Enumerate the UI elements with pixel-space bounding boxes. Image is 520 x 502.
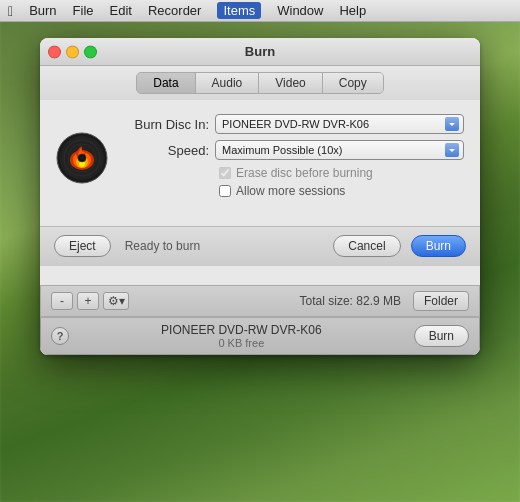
action-bar: Eject Ready to burn Cancel Burn bbox=[40, 226, 480, 265]
close-button[interactable] bbox=[48, 45, 61, 58]
tab-copy[interactable]: Copy bbox=[323, 73, 383, 93]
erase-label: Erase disc before burning bbox=[236, 166, 373, 180]
burn-disc-select[interactable]: PIONEER DVD-RW DVR-K06 bbox=[215, 114, 464, 134]
sessions-label: Allow more sessions bbox=[236, 184, 345, 198]
svg-point-7 bbox=[80, 156, 84, 160]
sessions-checkbox[interactable] bbox=[219, 185, 231, 197]
apple-menu[interactable]:  bbox=[8, 3, 13, 19]
minus-button[interactable]: - bbox=[51, 292, 73, 310]
speed-value: Maximum Possible (10x) bbox=[222, 144, 342, 156]
burn-fields: Burn Disc In: PIONEER DVD-RW DVR-K06 Spe… bbox=[120, 114, 464, 202]
burn-button[interactable]: Burn bbox=[411, 235, 466, 257]
speed-label: Speed: bbox=[120, 143, 215, 158]
burn-window: Burn Data Audio Video Copy bbox=[40, 38, 480, 355]
tab-data[interactable]: Data bbox=[137, 73, 195, 93]
disc-status: PIONEER DVD-RW DVR-K06 0 KB free bbox=[79, 323, 404, 349]
speed-field-row: Speed: Maximum Possible (10x) bbox=[120, 140, 464, 160]
help-button[interactable]: ? bbox=[51, 327, 69, 345]
burn-disc-label: Burn Disc In: bbox=[120, 117, 215, 132]
disc-space: 0 KB free bbox=[79, 337, 404, 349]
menubar:  Burn File Edit Recorder Items Window H… bbox=[0, 0, 520, 22]
menubar-burn[interactable]: Burn bbox=[29, 3, 56, 18]
bottom-toolbar: - + ⚙▾ Total size: 82.9 MB Folder bbox=[40, 285, 480, 317]
speed-select[interactable]: Maximum Possible (10x) bbox=[215, 140, 464, 160]
gear-button[interactable]: ⚙▾ bbox=[103, 292, 129, 310]
menubar-file[interactable]: File bbox=[73, 3, 94, 18]
eject-button[interactable]: Eject bbox=[54, 235, 111, 257]
tabs-bar: Data Audio Video Copy bbox=[40, 66, 480, 100]
menubar-recorder[interactable]: Recorder bbox=[148, 3, 201, 18]
cancel-button[interactable]: Cancel bbox=[333, 235, 400, 257]
window-title: Burn bbox=[245, 44, 275, 59]
tab-audio[interactable]: Audio bbox=[196, 73, 260, 93]
bottom-statusbar: ? PIONEER DVD-RW DVR-K06 0 KB free Burn bbox=[40, 317, 480, 355]
menubar-edit[interactable]: Edit bbox=[110, 3, 132, 18]
tab-video[interactable]: Video bbox=[259, 73, 322, 93]
sessions-checkbox-row: Allow more sessions bbox=[219, 184, 464, 198]
tabs-container: Data Audio Video Copy bbox=[136, 72, 384, 94]
erase-checkbox-row: Erase disc before burning bbox=[219, 166, 464, 180]
titlebar: Burn bbox=[40, 38, 480, 66]
size-info: Total size: 82.9 MB bbox=[133, 294, 401, 308]
disc-name: PIONEER DVD-RW DVR-K06 bbox=[79, 323, 404, 337]
folder-button[interactable]: Folder bbox=[413, 291, 469, 311]
disc-icon bbox=[56, 132, 108, 184]
minimize-button[interactable] bbox=[66, 45, 79, 58]
burn-disc-field-row: Burn Disc In: PIONEER DVD-RW DVR-K06 bbox=[120, 114, 464, 134]
burn-disc-arrow bbox=[445, 117, 459, 131]
plus-button[interactable]: + bbox=[77, 292, 99, 310]
erase-checkbox[interactable] bbox=[219, 167, 231, 179]
burn-bottom-button[interactable]: Burn bbox=[414, 325, 469, 347]
window-controls bbox=[48, 45, 97, 58]
menubar-window[interactable]: Window bbox=[277, 3, 323, 18]
status-text: Ready to burn bbox=[125, 239, 324, 253]
burn-settings: Burn Disc In: PIONEER DVD-RW DVR-K06 Spe… bbox=[40, 100, 480, 226]
burn-row: Burn Disc In: PIONEER DVD-RW DVR-K06 Spe… bbox=[56, 114, 464, 202]
maximize-button[interactable] bbox=[84, 45, 97, 58]
burn-disc-value: PIONEER DVD-RW DVR-K06 bbox=[222, 118, 369, 130]
menubar-help[interactable]: Help bbox=[339, 3, 366, 18]
menubar-items[interactable]: Items bbox=[217, 2, 261, 19]
speed-arrow bbox=[445, 143, 459, 157]
